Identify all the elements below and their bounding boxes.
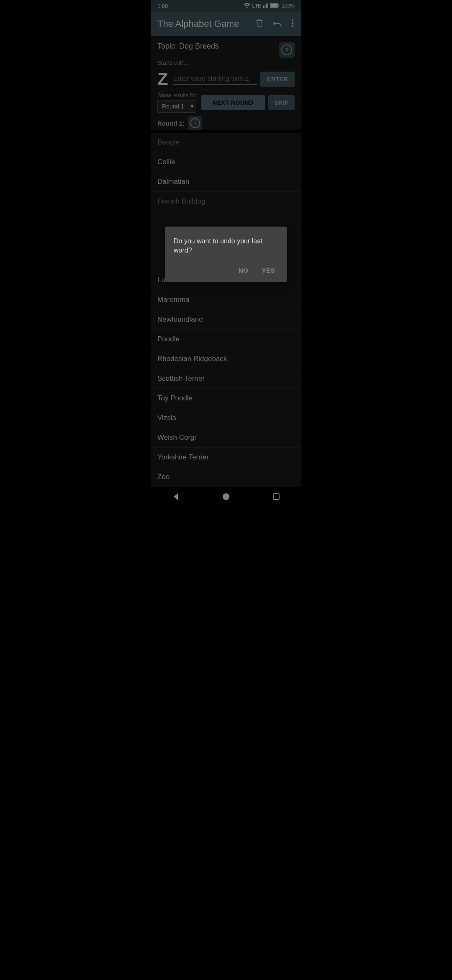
dialog-no-button[interactable]: NO — [235, 265, 252, 276]
dialog-overlay: Do you want to undo your last word? NO Y… — [151, 0, 301, 509]
dialog-actions: NO YES — [174, 265, 278, 276]
dialog-message: Do you want to undo your last word? — [174, 237, 278, 255]
dialog: Do you want to undo your last word? NO Y… — [165, 227, 287, 283]
dialog-yes-button[interactable]: YES — [258, 265, 278, 276]
